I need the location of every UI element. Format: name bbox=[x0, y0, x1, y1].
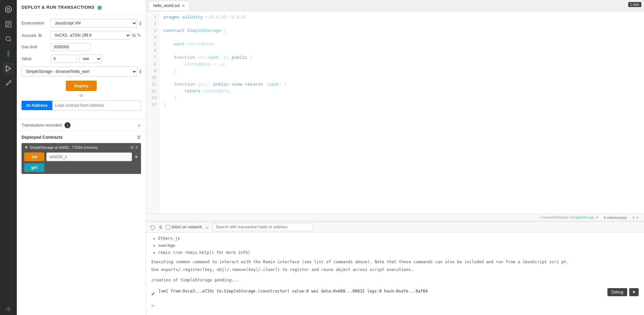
environment-select[interactable]: JavaScript VM Injected Web3 Web3 Provide… bbox=[50, 19, 137, 28]
deployed-contracts-section: Deployed Contracts 🗑 ▼ SimpleStorage at … bbox=[17, 131, 146, 180]
set-chevron-icon[interactable]: ▼ bbox=[134, 154, 138, 160]
at-address-input[interactable] bbox=[52, 100, 141, 110]
console-search-input[interactable] bbox=[213, 223, 313, 231]
expand-icon[interactable]: ∧ ∨ bbox=[632, 215, 639, 220]
transactions-chevron-icon[interactable]: ∨ bbox=[138, 123, 141, 128]
gas-limit-row: Gas limit bbox=[21, 43, 141, 51]
gas-limit-input[interactable] bbox=[50, 43, 91, 51]
contract-select[interactable]: SimpleStorage - browser/hello_worl bbox=[21, 66, 137, 77]
set-input[interactable] bbox=[46, 152, 132, 161]
deploy-button[interactable]: Deploy bbox=[66, 81, 96, 91]
copy-account-icon[interactable]: ⧉ bbox=[132, 33, 136, 38]
sidebar bbox=[0, 0, 17, 315]
tabs-bar: hello_world.sol ✕ 1 tabs bbox=[146, 0, 644, 11]
environment-info-icon[interactable]: ℹ bbox=[139, 20, 141, 26]
deploy-panel: DEPLOY & RUN TRANSACTIONS ▣ Environment … bbox=[17, 0, 146, 315]
contract-def-label: ContractDefinition SimpleStorage ➜ bbox=[540, 215, 599, 220]
tab-hello-world[interactable]: hello_world.sol ✕ bbox=[149, 1, 189, 10]
set-method-row: set ▼ bbox=[24, 152, 138, 161]
environment-label: Environment bbox=[21, 21, 48, 26]
set-button[interactable]: set bbox=[24, 152, 44, 161]
value-label: Value bbox=[21, 56, 48, 61]
tab-label: hello_world.sol bbox=[153, 3, 180, 8]
edit-account-icon[interactable]: ✎ bbox=[137, 33, 141, 38]
tx-debug-area: Debug ▼ bbox=[607, 288, 639, 296]
deploy-icon[interactable] bbox=[2, 62, 14, 75]
line-numbers: 1 2 3 4 5 6 7 8 9 10 11 12 13 14 bbox=[146, 11, 159, 214]
account-row: Account ⊕ 0xCA3...a733c (99.9 ⧉ ✎ bbox=[21, 31, 141, 40]
contract-toggle-icon[interactable]: ▼ bbox=[24, 145, 28, 150]
bullet-swarmgw: swarmgw bbox=[158, 242, 639, 249]
bullet-etherjs: Ethers.js bbox=[158, 235, 639, 242]
account-select[interactable]: 0xCA3...a733c (99.9 bbox=[50, 31, 131, 40]
console-bullet-list: Ethers.js swarmgw remix (run remix.help(… bbox=[151, 235, 639, 256]
status-bar: ContractDefinition SimpleStorage ➜ 0 ref… bbox=[146, 214, 644, 221]
ref-count: 0 reference(s) bbox=[604, 216, 627, 220]
console-clear-button[interactable] bbox=[150, 224, 155, 230]
svg-point-15 bbox=[8, 308, 9, 310]
svg-marker-13 bbox=[6, 66, 11, 72]
svg-point-0 bbox=[5, 6, 11, 12]
debug-button[interactable]: Debug bbox=[607, 288, 627, 296]
code-content[interactable]: pragma solidity >=0.4.22 <0.6.0; contrac… bbox=[159, 11, 644, 214]
tab-close-icon[interactable]: ✕ bbox=[182, 3, 185, 8]
contract-def-name: SimpleStorage bbox=[570, 215, 594, 219]
executing-text: Executing common command to interact wit… bbox=[151, 259, 639, 265]
environment-row: Environment JavaScript VM Injected Web3 … bbox=[21, 19, 141, 28]
remix-logo-icon[interactable] bbox=[2, 3, 14, 15]
debug-arrow-button[interactable]: ▼ bbox=[629, 288, 639, 296]
code-editor: 1 2 3 4 5 6 7 8 9 10 11 12 13 14 pragma … bbox=[146, 11, 644, 214]
tx-row: ✔ [vm] from:0xca3...a733c to:SimpleStora… bbox=[151, 286, 639, 301]
transactions-section[interactable]: Transactions recorded: 1 ∨ bbox=[17, 119, 146, 131]
deploy-panel-title: DEPLOY & RUN TRANSACTIONS bbox=[21, 5, 94, 10]
account-plus-icon[interactable]: ⊕ bbox=[38, 33, 42, 38]
console-area: 0 listen on network ⌕ Ethers.js swarmgw … bbox=[146, 221, 644, 315]
plugin-icon[interactable] bbox=[2, 77, 14, 89]
at-address-row: At Address bbox=[21, 100, 141, 110]
trash-icon[interactable]: 🗑 bbox=[137, 135, 141, 140]
get-method-row: get bbox=[24, 163, 138, 172]
at-address-button[interactable]: At Address bbox=[21, 101, 52, 110]
contract-methods: set ▼ get bbox=[24, 152, 138, 172]
svg-point-10 bbox=[8, 55, 9, 57]
plugin-badge-icon: ▣ bbox=[97, 4, 102, 10]
tx-detail: [vm] from:0xca3...a733c to:SimpleStorage… bbox=[158, 288, 604, 294]
get-button[interactable]: get bbox=[24, 163, 44, 172]
svg-line-14 bbox=[8, 83, 9, 84]
console-output: Ethers.js swarmgw remix (run remix.help(… bbox=[146, 233, 644, 315]
svg-point-6 bbox=[6, 37, 10, 41]
or-text: or bbox=[21, 93, 141, 98]
deploy-panel-header: DEPLOY & RUN TRANSACTIONS ▣ bbox=[17, 0, 146, 15]
listen-checkbox-input[interactable] bbox=[166, 225, 170, 229]
file-explorer-icon[interactable] bbox=[2, 18, 14, 30]
svg-point-1 bbox=[7, 8, 9, 10]
contract-info-icon[interactable]: ℹ bbox=[139, 69, 141, 74]
tx-check-icon: ✔ bbox=[151, 289, 155, 299]
gas-limit-label: Gas limit bbox=[21, 45, 48, 49]
svg-line-7 bbox=[10, 40, 11, 42]
account-input-wrap: 0xCA3...a733c (99.9 ⧉ ✎ bbox=[50, 31, 141, 40]
main-area: hello_world.sol ✕ 1 tabs 1 2 3 4 5 6 7 8… bbox=[146, 0, 644, 315]
svg-point-9 bbox=[8, 51, 9, 52]
value-row: Value wei gwei finney ether bbox=[21, 54, 141, 63]
contract-instance-name: SimpleStorage at 0x692...77b3A (memory bbox=[30, 145, 129, 149]
console-search-icon[interactable]: ⌕ bbox=[206, 224, 209, 230]
console-arrow[interactable]: > bbox=[151, 301, 639, 311]
panel-body: Environment JavaScript VM Injected Web3 … bbox=[17, 15, 146, 119]
bullet-remix: remix (run remix.help() for more info) bbox=[158, 250, 639, 256]
contract-close-icon[interactable]: ✕ bbox=[135, 145, 138, 150]
account-label: Account ⊕ bbox=[21, 33, 48, 38]
listen-on-network-checkbox[interactable]: listen on network bbox=[166, 225, 202, 229]
contract-copy-icon[interactable]: ⧉ bbox=[131, 145, 134, 150]
console-toolbar: 0 listen on network ⌕ bbox=[146, 222, 644, 233]
unit-select[interactable]: wei gwei finney ether bbox=[79, 54, 102, 63]
settings-icon[interactable] bbox=[2, 303, 14, 315]
tabs-count-badge: 1 tabs bbox=[628, 2, 641, 7]
search-icon[interactable] bbox=[2, 33, 14, 45]
transactions-label: Transactions recorded: 1 bbox=[21, 122, 71, 128]
value-input[interactable] bbox=[50, 55, 77, 63]
exports-text: Use exports/.register(key, obj)/.remove(… bbox=[151, 267, 639, 273]
contract-select-row: SimpleStorage - browser/hello_worl ℹ bbox=[21, 66, 141, 77]
editor-area: 1 2 3 4 5 6 7 8 9 10 11 12 13 14 pragma … bbox=[146, 11, 644, 221]
git-icon[interactable] bbox=[2, 48, 14, 60]
